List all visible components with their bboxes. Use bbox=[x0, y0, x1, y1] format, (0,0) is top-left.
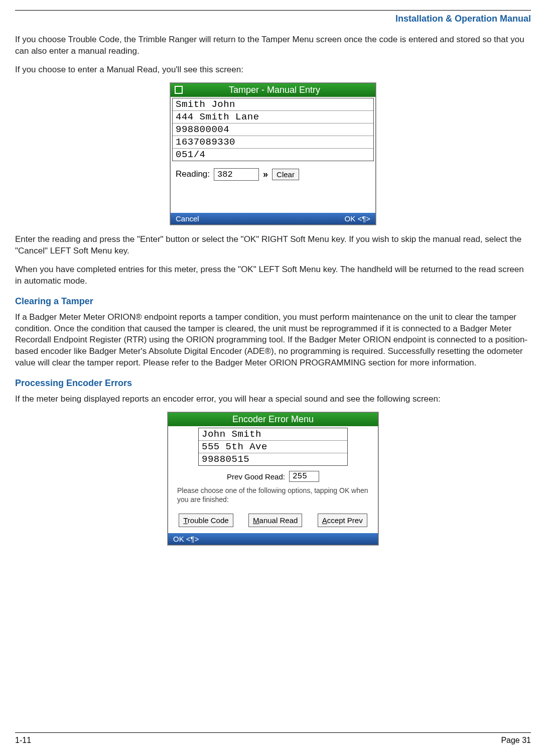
reading-input[interactable] bbox=[214, 168, 259, 181]
account-info-list: Smith John 444 Smith Lane 998800004 1637… bbox=[172, 98, 374, 161]
manual-read-button[interactable]: Manual Read bbox=[248, 514, 302, 527]
enter-chevron-icon[interactable]: » bbox=[263, 169, 268, 180]
window-title-bar: Encoder Error Menu bbox=[168, 413, 378, 426]
soft-key-cancel[interactable]: Cancel bbox=[176, 214, 199, 223]
para-clearing-tamper: If a Badger Meter Meter ORION® endpoint … bbox=[15, 312, 531, 369]
footer-left: 1-11 bbox=[15, 736, 31, 745]
soft-key-ok[interactable]: OK <¶> bbox=[345, 214, 370, 223]
soft-key-ok[interactable]: OK <¶> bbox=[173, 535, 199, 543]
list-item: Smith John bbox=[173, 98, 373, 111]
list-item: John Smith bbox=[199, 428, 347, 441]
footer-right: Page 31 bbox=[501, 736, 531, 745]
para-trouble-code-return: If you choose Trouble Code, the Trimble … bbox=[15, 34, 531, 57]
accept-prev-button[interactable]: Accept Prev bbox=[318, 514, 367, 527]
para-encoder-error-intro: If the meter being displayed reports an … bbox=[15, 394, 531, 405]
trouble-code-button[interactable]: Trouble Code bbox=[179, 514, 233, 527]
window-title-bar: Tamper - Manual Entry bbox=[171, 83, 375, 97]
prev-good-read-input[interactable] bbox=[289, 471, 319, 482]
heading-clearing-tamper: Clearing a Tamper bbox=[15, 296, 531, 307]
para-enter-reading: Enter the reading and press the "Enter" … bbox=[15, 234, 531, 257]
list-item: 1637089330 bbox=[173, 136, 373, 149]
list-item: 555 5th Ave bbox=[199, 441, 347, 453]
window-title: Encoder Error Menu bbox=[232, 414, 314, 425]
heading-encoder-errors: Processing Encoder Errors bbox=[15, 378, 531, 389]
para-manual-read-intro: If you choose to enter a Manual Read, yo… bbox=[15, 64, 531, 76]
para-completed-entries: When you have completed entries for this… bbox=[15, 264, 531, 287]
window-title: Tamper - Manual Entry bbox=[186, 85, 363, 95]
reading-row: Reading: » Clear bbox=[171, 164, 375, 188]
device-screen-encoder: Encoder Error Menu John Smith 555 5th Av… bbox=[168, 412, 378, 545]
clear-button[interactable]: Clear bbox=[272, 169, 299, 180]
device-screen-tamper: Tamper - Manual Entry Smith John 444 Smi… bbox=[170, 83, 376, 225]
soft-key-bar: Cancel OK <¶> bbox=[171, 213, 375, 224]
prev-good-read-label: Prev Good Read: bbox=[227, 472, 285, 481]
list-item: 444 Smith Lane bbox=[173, 111, 373, 123]
page-footer: 1-11 Page 31 bbox=[15, 732, 531, 745]
window-icon bbox=[175, 86, 183, 94]
list-item: 051/4 bbox=[173, 149, 373, 161]
spacer bbox=[171, 188, 375, 213]
reading-label: Reading: bbox=[176, 169, 210, 179]
list-item: 99880515 bbox=[199, 453, 347, 465]
figure-tamper-manual-entry: Tamper - Manual Entry Smith John 444 Smi… bbox=[15, 83, 531, 225]
manual-header: Installation & Operation Manual bbox=[15, 14, 531, 24]
prev-good-read-row: Prev Good Read: bbox=[168, 469, 378, 484]
header-rule bbox=[15, 10, 531, 11]
figure-encoder-error-menu: Encoder Error Menu John Smith 555 5th Av… bbox=[15, 412, 531, 545]
footer-rule bbox=[15, 732, 531, 733]
list-item: 998800004 bbox=[173, 123, 373, 136]
account-info-list: John Smith 555 5th Ave 99880515 bbox=[198, 428, 348, 466]
option-button-row: Trouble Code Manual Read Accept Prev bbox=[168, 510, 378, 533]
soft-key-bar: OK <¶> bbox=[168, 533, 378, 545]
instruction-text: Please choose one of the following optio… bbox=[168, 484, 378, 509]
